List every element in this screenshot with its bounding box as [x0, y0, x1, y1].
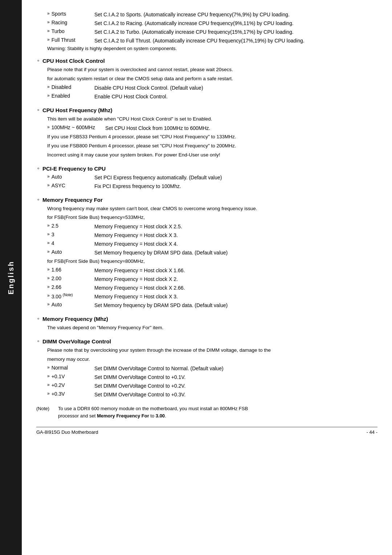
- item-desc-normal: Set DIMM OverVoltage Control to Normal. …: [94, 365, 377, 372]
- list-item: » 1.66 Memory Frequency = Host clock X 1…: [36, 267, 377, 274]
- item-name-normal: Normal: [52, 365, 68, 371]
- section-header-cpu-freq: ⚬ CPU Host Frequency (Mhz): [36, 107, 377, 113]
- arrow-icon: »: [47, 232, 50, 237]
- list-item: » Auto Set Memory frequency by DRAM SPD …: [36, 302, 377, 309]
- memory-freq-for-section: ⚬ Memory Frequency For Wrong frequency m…: [36, 197, 377, 310]
- item-label-2-66: » 2.66: [47, 284, 94, 292]
- section-header-memfreq: ⚬ Memory Frequency For: [36, 197, 377, 203]
- section-title-memfreqmhz: Memory Frequency (Mhz): [42, 316, 108, 322]
- arrow-icon: »: [47, 223, 50, 228]
- list-item: » Disabled Disable CPU Host Clock Contro…: [36, 84, 377, 92]
- list-item: » Normal Set DIMM OverVoltage Control to…: [36, 365, 377, 372]
- memfreq-desc1: Wrong frequency may make system can't bo…: [36, 205, 377, 213]
- memfreq-desc2: for FSB(Front Side Bus) frequency=533MHz…: [36, 214, 377, 221]
- item-desc-enabled: Enable CPU Host Clock Control.: [94, 93, 377, 101]
- cia2-items: » Sports Set C.I.A.2 to Sports. (Automat…: [36, 11, 377, 45]
- arrow-icon: »: [47, 84, 50, 89]
- list-item: » Auto Set PCI Express frequency automat…: [36, 174, 377, 181]
- memory-freq-mhz-section: ⚬ Memory Frequency (Mhz) The values depe…: [36, 316, 377, 332]
- note-row: (Note) To use a DDRII 600 memory module …: [36, 405, 377, 420]
- item-desc-2-00: Memory Frequency = Host clock X 2.: [94, 276, 377, 283]
- section-header-memfreqmhz: ⚬ Memory Frequency (Mhz): [36, 316, 377, 322]
- list-item: » 2.00 Memory Frequency = Host clock X 2…: [36, 276, 377, 283]
- item-label-racing: » Racing: [47, 20, 94, 27]
- item-name-2-00: 2.00: [52, 276, 61, 281]
- item-label-2-5: » 2.5: [47, 223, 94, 230]
- item-desc-disabled: Disable CPU Host Clock Control. (Default…: [94, 84, 377, 92]
- list-item: » +0.3V Set DIMM OverVoltage Control to …: [36, 391, 377, 399]
- note-text1: To use a DDRII 600 memory module on the …: [58, 406, 248, 411]
- item-name-racing: Racing: [52, 20, 68, 25]
- arrow-icon: »: [47, 374, 50, 379]
- item-label-normal: » Normal: [47, 365, 94, 372]
- dimm-desc1: Please note that by overclocking your sy…: [36, 347, 377, 354]
- cpu-freq-extra1: If you use FSB533 Pentium 4 processor, p…: [36, 133, 377, 141]
- item-name-100-600: 100MHz ~ 600MHz: [52, 125, 95, 130]
- memfreqmhz-desc1: The values depend on "Memory Frequency F…: [36, 324, 377, 332]
- list-item: » 2.5 Memory Frequency = Host clock X 2.…: [36, 223, 377, 230]
- arrow-icon: »: [47, 125, 50, 130]
- item-name-2-66: 2.66: [52, 284, 61, 290]
- item-name-plus01v: +0.1V: [52, 374, 65, 379]
- item-label-turbo: » Turbo: [47, 28, 94, 36]
- list-item: » 3 Memory Frequency = Host clock X 3.: [36, 232, 377, 239]
- item-name-auto-800: Auto: [52, 302, 62, 307]
- cursor-icon: ⚬: [36, 166, 40, 171]
- item-name-asyc: ASYC: [52, 183, 65, 188]
- sidebar: English: [0, 0, 22, 555]
- item-label-1-66: » 1.66: [47, 267, 94, 274]
- note-text4: .: [165, 413, 166, 419]
- item-label-2-00: » 2.00: [47, 276, 94, 283]
- item-label-auto-533: » Auto: [47, 249, 94, 257]
- cpu-freq-desc1: This item will be available when "CPU Ho…: [36, 115, 377, 123]
- cia2-section: » Sports Set C.I.A.2 to Sports. (Automat…: [36, 11, 377, 51]
- item-desc-racing: Set C.I.A.2 to Racing. (Automatically in…: [94, 20, 377, 27]
- dimm-desc2: memory may occur.: [36, 356, 377, 363]
- section-title-cpu-freq: CPU Host Frequency (Mhz): [42, 107, 113, 113]
- item-desc-auto-533: Set Memory frequency by DRAM SPD data. (…: [94, 249, 377, 257]
- arrow-icon: »: [47, 174, 50, 179]
- cpu-freq-extra3: Incorrect using it may cause your system…: [36, 151, 377, 159]
- item-label-auto-pcie: » Auto: [47, 174, 94, 181]
- list-item: » Enabled Enable CPU Host Clock Control.: [36, 93, 377, 101]
- item-label-auto-800: » Auto: [47, 302, 94, 309]
- item-label-enabled: » Enabled: [47, 93, 94, 101]
- item-desc-1-66: Memory Frequency = Host clock X 1.66.: [94, 267, 377, 274]
- item-desc-auto-800: Set Memory frequency by DRAM SPD data. (…: [94, 302, 377, 309]
- arrow-icon: »: [47, 240, 50, 245]
- arrow-icon: »: [47, 28, 50, 33]
- item-label-plus02v: » +0.2V: [47, 382, 94, 390]
- item-name-auto-pcie: Auto: [52, 174, 62, 180]
- item-name-3: 3: [52, 232, 54, 237]
- cpu-host-freq-section: ⚬ CPU Host Frequency (Mhz) This item wil…: [36, 107, 377, 159]
- section-title-pcie: PCI-E Frequency to CPU: [42, 166, 106, 172]
- footer: GA-8I915G Duo Motherboard - 44 -: [36, 427, 377, 435]
- item-label-disabled: » Disabled: [47, 84, 94, 92]
- item-name-1-66: 1.66: [52, 267, 61, 273]
- item-name-4: 4: [52, 240, 54, 246]
- item-desc-4: Memory Frequency = Host clock X 4.: [94, 240, 377, 248]
- item-label-3: » 3: [47, 232, 94, 239]
- item-label-3-00: » 3.00 (Note): [47, 293, 94, 301]
- item-name-fullthrust: Full Thrust: [52, 37, 75, 43]
- cpu-clock-desc2: for automatic system restart or clear th…: [36, 75, 377, 83]
- item-name-turbo: Turbo: [52, 28, 65, 34]
- arrow-icon: »: [47, 365, 50, 370]
- item-label-sports: » Sports: [47, 11, 94, 19]
- item-desc-asyc: Fix PCI Express frequency to 100Mhz.: [94, 183, 377, 190]
- item-name-3-00: 3.00 (Note): [52, 293, 73, 299]
- section-title-cpu-clock: CPU Host Clock Control: [42, 58, 105, 64]
- item-name-sports: Sports: [52, 11, 66, 17]
- list-item: » Turbo Set C.I.A.2 to Turbo. (Automatic…: [36, 28, 377, 36]
- cpu-freq-extra2: If you use FSB800 Pentium 4 processor, p…: [36, 142, 377, 150]
- page-wrapper: English » Sports Set C.I.A.2 to Sports. …: [0, 0, 392, 555]
- section-title-memfreq: Memory Frequency For: [42, 197, 103, 203]
- list-item: » Auto Set Memory frequency by DRAM SPD …: [36, 249, 377, 257]
- list-item: » 2.66 Memory Frequency = Host clock X 2…: [36, 284, 377, 292]
- section-title-dimm: DIMM OverVoltage Control: [42, 338, 111, 344]
- note-text3: to: [149, 413, 156, 419]
- item-desc-sports: Set C.I.A.2 to Sports. (Automatically in…: [94, 11, 377, 19]
- cpu-clock-desc1: Please note that if your system is overc…: [36, 66, 377, 74]
- item-name-disabled: Disabled: [52, 84, 71, 90]
- cpu-host-clock-section: ⚬ CPU Host Clock Control Please note tha…: [36, 58, 377, 101]
